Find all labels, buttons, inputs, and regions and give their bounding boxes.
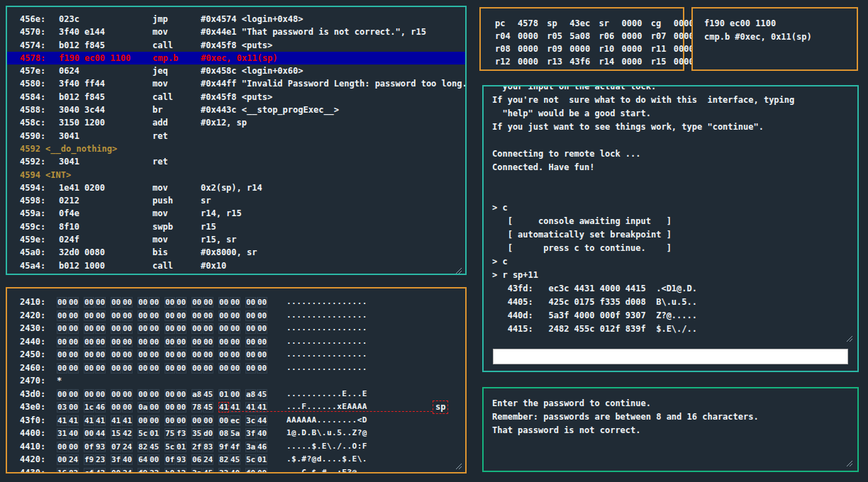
disassembly-row[interactable]: 459e:024fmovr15, sr <box>7 233 465 246</box>
memory-byte: 00 <box>138 363 148 374</box>
memory-byte: 41 <box>84 415 94 426</box>
disassembly-operands: #0x8000, sr <box>201 246 257 259</box>
disassembly-row[interactable]: 459a:0f4emovr14, r15 <box>7 207 465 220</box>
disassembly-row[interactable]: 45a0:32d0 0080bis#0x8000, sr <box>7 246 465 259</box>
memory-byte: 0f <box>165 454 175 465</box>
memory-byte: 00 <box>203 415 213 426</box>
memory-byte: 43 <box>95 468 106 473</box>
memory-byte: 00 <box>245 297 256 308</box>
disassembly-row[interactable]: 456e:023cjmp#0x4574 <login+0x48> <box>7 13 465 26</box>
memory-byte: 00 <box>203 349 213 360</box>
disassembly-row[interactable]: 4574:b012 f845call#0x45f8 <puts> <box>7 39 465 52</box>
disassembly-bytes: 3041 <box>59 155 147 168</box>
memory-bytes: 1683cf430024f923b0123a453340f000 <box>57 466 268 473</box>
disassembly-row[interactable]: 4592:3041ret <box>7 155 465 168</box>
memory-byte: 00 <box>165 310 175 321</box>
memory-ascii: ...........E...E <box>286 388 367 401</box>
disassembly-opcode: bis <box>152 246 195 259</box>
memory-address: 43e0: <box>20 400 51 414</box>
disassembly-opcode: jmp <box>152 13 195 26</box>
disassembly-row[interactable]: 4584:b012 f845call#0x45f8 <puts> <box>7 91 465 103</box>
memory-byte: 16 <box>57 468 67 473</box>
disassembly-operands: #0x4574 <login+0x48> <box>201 13 304 26</box>
memory-byte: 00 <box>230 363 240 374</box>
disassembly-bytes: 3040 3c44 <box>59 103 147 116</box>
memory-byte: 12 <box>176 468 187 473</box>
memory-byte: 00 <box>68 337 79 347</box>
resize-handle-icon[interactable] <box>846 456 853 464</box>
memory-byte: f9 <box>84 454 94 465</box>
disassembly-opcode: cmp.b <box>152 52 195 65</box>
disassembly-row[interactable]: 4590:3041ret <box>7 130 465 142</box>
current-instruction-bytes: f190 ec00 1100 <box>704 17 857 30</box>
memory-byte: 00 <box>191 363 202 374</box>
disassembly-row[interactable]: 4598:0212pushsr <box>7 194 465 207</box>
memory-byte: 0a <box>138 402 148 413</box>
disassembly-row[interactable]: 459c:8f10swpbr15 <box>7 220 465 233</box>
resize-handle-icon[interactable] <box>846 332 853 339</box>
memory-byte: 75 <box>165 428 175 439</box>
disassembly-row[interactable]: 458c:3150 1200add#0x12, sp <box>7 116 465 129</box>
register-value: 4578 <box>518 18 538 28</box>
memory-byte: 00 <box>245 337 256 347</box>
memory-byte: 41 <box>122 415 133 426</box>
disassembly-row[interactable]: 4580:3f40 ff44mov#0x44ff "Invalid Passwo… <box>7 77 465 90</box>
memory-ascii: .....$.E\./..O:F <box>286 440 367 454</box>
disassembly-panel: 456e:023cjmp#0x4574 <login+0x48> 4570:3f… <box>6 6 467 275</box>
disassembly-row[interactable]: 4594 <INT> <box>7 169 465 181</box>
memory-byte: 00 <box>111 468 121 473</box>
disassembly-address: 456e: <box>20 13 53 26</box>
memory-byte: 40 <box>68 428 79 439</box>
memory-ascii: AAAAAA........<D <box>286 414 367 427</box>
memory-byte: 00 <box>57 323 67 334</box>
disassembly-address: 4580: <box>20 77 53 90</box>
disassembly-row[interactable]: 45a4:b012 1000call#0x10 <box>7 259 465 272</box>
memory-byte: 00 <box>203 323 213 334</box>
register-value: 0000 <box>621 18 642 28</box>
memory-byte: 00 <box>176 337 187 347</box>
memory-byte: 64 <box>138 454 148 465</box>
resize-handle-icon[interactable] <box>455 459 462 466</box>
memory-bytes: 00000000000000000000000000000000 <box>57 348 268 362</box>
disassembly-opcode: add <box>152 116 195 129</box>
memory-byte: 40 <box>257 428 267 439</box>
memory-byte: 00 <box>218 297 229 308</box>
memory-byte: 00 <box>84 337 94 347</box>
disassembly-row[interactable]: 4594:1e41 0200mov0x2(sp), r14 <box>7 181 465 194</box>
disassembly-row[interactable]: 4588:3040 3c44br#0x443c <__stop_progExec… <box>7 103 465 116</box>
memory-byte: 45 <box>203 389 213 400</box>
memory-row: 43d0:00000000000000000000a8450100a845...… <box>7 388 465 401</box>
memory-byte: 00 <box>111 363 121 374</box>
disassembly-operands: sr <box>201 194 211 207</box>
disassembly-address: 4588: <box>20 103 53 116</box>
memory-byte: 00 <box>218 415 229 426</box>
disassembly-row[interactable]: 457e:0624jeq#0x458c <login+0x60> <box>7 65 465 77</box>
memory-byte: 24 <box>122 468 133 473</box>
register: r120000 <box>495 55 542 68</box>
disassembly-row[interactable]: 4578:f190 ec00 1100cmp.b#0xec, 0x11(sp) <box>7 52 465 65</box>
memory-byte: 40 <box>122 454 133 465</box>
memory-byte: 93 <box>176 454 187 465</box>
memory-byte: 00 <box>84 428 94 439</box>
memory-byte: 00 <box>84 389 94 400</box>
memory-byte: 2f <box>191 442 202 452</box>
memory-byte: 00 <box>149 323 160 334</box>
memory-byte: 00 <box>149 454 160 465</box>
memory-byte: 5c <box>138 428 148 439</box>
disassembly-bytes: 8f10 <box>59 220 147 233</box>
register-row: r040000 r055a08 r060000 r070000 <box>495 30 683 43</box>
debugger-console-panel: your input on the actual lock. If you're… <box>482 85 859 372</box>
disassembly-row[interactable]: 4592 <__do_nothing> <box>7 142 465 155</box>
memory-byte: 23 <box>149 468 160 473</box>
memory-byte: 00 <box>191 349 202 360</box>
memory-address: 2450: <box>20 348 51 362</box>
memory-ascii: ................ <box>286 362 367 375</box>
memory-byte: 00 <box>218 323 229 334</box>
disassembly-operands: #0x45f8 <puts> <box>201 39 272 52</box>
memory-byte: cf <box>84 468 94 473</box>
disassembly-row[interactable]: 4570:3f40 e144mov#0x44e1 "That password … <box>7 26 465 38</box>
console-input[interactable] <box>493 349 848 364</box>
resize-handle-icon[interactable] <box>455 264 462 271</box>
memory-address: 4410: <box>20 440 51 454</box>
memory-byte: 01 <box>257 454 267 465</box>
